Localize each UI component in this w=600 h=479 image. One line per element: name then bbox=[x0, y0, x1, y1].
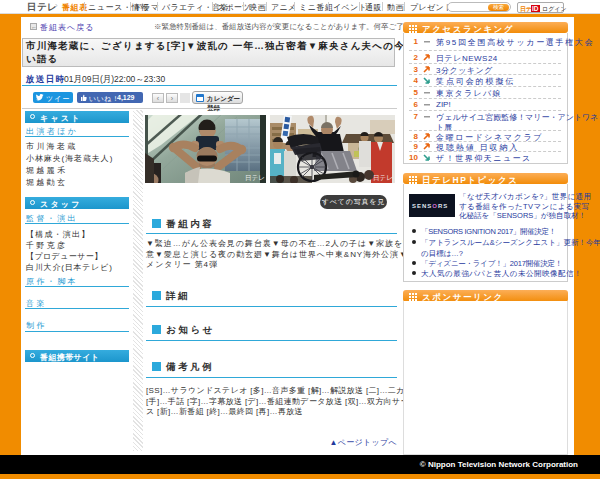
svg-text:日テレ: 日テレ bbox=[373, 174, 393, 181]
svg-text:日テレ: 日テレ bbox=[245, 174, 265, 181]
